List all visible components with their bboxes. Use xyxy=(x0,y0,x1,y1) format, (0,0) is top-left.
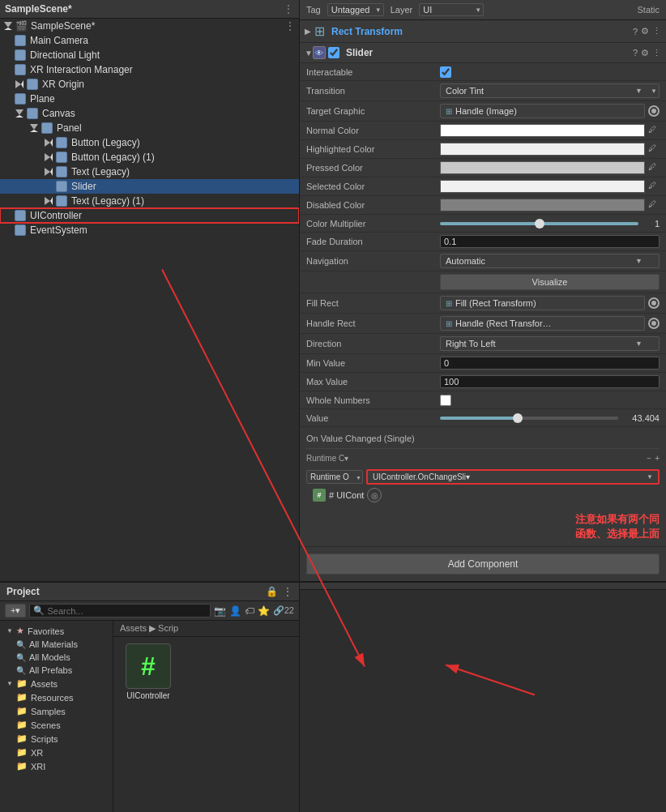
xr-folder-icon: 📁 xyxy=(16,747,28,758)
selected-color-swatch[interactable] xyxy=(440,180,645,193)
handle-rect-picker[interactable] xyxy=(648,318,660,329)
uicont-row: # # UICont ◎ xyxy=(306,485,660,506)
tree-item-scenes[interactable]: 📁 Scenes xyxy=(0,718,113,732)
rect-settings-icon[interactable]: ⚙ xyxy=(641,26,649,36)
slider-menu-icon[interactable]: ⋮ xyxy=(652,48,661,58)
hierarchy-item-button-legacy-1[interactable]: Button (Legacy) (1) xyxy=(0,150,299,165)
toolbar-star-icon[interactable]: ⭐ xyxy=(258,605,270,617)
pressed-color-picker-icon[interactable]: 🖊 xyxy=(648,162,660,173)
target-graphic-field[interactable]: ⊞ Handle (Image) xyxy=(440,104,645,118)
visualize-button[interactable]: Visualize xyxy=(440,274,660,290)
tree-item-samples[interactable]: 📁 Samples xyxy=(0,704,113,718)
add-component-button[interactable]: Add Component xyxy=(306,553,660,575)
list-header-plus[interactable]: + xyxy=(655,454,660,463)
navigation-dropdown[interactable]: Automatic ▼ xyxy=(440,254,660,268)
highlighted-color-swatch[interactable] xyxy=(440,143,645,156)
tree-item-all-materials[interactable]: 🔍 All Materials xyxy=(0,638,113,651)
runtime-dropdown-wrapper[interactable]: Runtime O ▼ xyxy=(306,470,363,484)
hierarchy-item-event-system[interactable]: EventSystem xyxy=(0,223,299,237)
tree-item-xr[interactable]: 📁 XR xyxy=(0,746,113,759)
tree-item-scripts[interactable]: 📁 Scripts xyxy=(0,732,113,746)
scene-menu-dots[interactable]: ⋮ xyxy=(284,19,296,32)
slider-eye-toggle[interactable]: 👁 xyxy=(313,46,326,59)
rect-transform-title: Rect Transform xyxy=(331,26,403,37)
disabled-color-picker-icon[interactable]: 🖊 xyxy=(648,199,660,211)
hierarchy-three-dots[interactable]: ⋮ xyxy=(283,2,294,15)
target-graphic-picker[interactable] xyxy=(648,105,660,117)
target-graphic-scene-icon: ⊞ xyxy=(446,107,452,116)
handle-rect-field[interactable]: ⊞ Handle (Rect Transfor… xyxy=(440,316,645,331)
fill-rect-field[interactable]: ⊞ Fill (Rect Transform) xyxy=(440,296,645,310)
project-menu-icon[interactable]: ⋮ xyxy=(283,586,292,597)
hierarchy-item-main-camera[interactable]: Main Camera xyxy=(0,33,299,48)
breadcrumb-text: Assets ▶ Scrip xyxy=(120,623,178,634)
value-slider[interactable] xyxy=(440,417,618,420)
layer-label: Layer xyxy=(391,5,413,15)
slider-help-icon[interactable]: ? xyxy=(633,48,638,58)
tag-dropdown[interactable]: Untagged xyxy=(327,3,384,16)
rect-transform-toggle[interactable]: ▶ xyxy=(305,27,311,36)
hierarchy-item-panel[interactable]: Panel xyxy=(0,121,299,135)
toolbar-link-icon[interactable]: 🔗22 xyxy=(273,605,294,616)
fill-rect-row: Fill Rect ⊞ Fill (Rect Transform) xyxy=(300,293,666,314)
whole-numbers-row: Whole Numbers xyxy=(300,391,666,409)
uicont-label: # UICont xyxy=(329,490,364,500)
layer-dropdown[interactable]: UI xyxy=(419,3,484,16)
project-lock-icon[interactable]: 🔒 xyxy=(266,586,278,597)
whole-numbers-label: Whole Numbers xyxy=(306,395,440,405)
normal-color-picker-icon[interactable]: 🖊 xyxy=(648,125,660,136)
whole-numbers-checkbox[interactable] xyxy=(440,395,451,406)
hierarchy-item-ui-controller[interactable]: UIController xyxy=(0,208,299,223)
hierarchy-item-text-legacy-1[interactable]: Text (Legacy) (1) xyxy=(0,194,299,208)
slider-component-header[interactable]: ▼ 👁 Slider ? ⚙ ⋮ xyxy=(300,43,666,63)
file-item-uicontroller[interactable]: # UIController xyxy=(120,643,177,700)
handle-rect-row: Handle Rect ⊞ Handle (Rect Transfor… xyxy=(300,314,666,334)
fill-rect-picker[interactable] xyxy=(648,297,660,309)
selected-color-picker-icon[interactable]: 🖊 xyxy=(648,181,660,192)
slider-enabled-checkbox[interactable] xyxy=(328,47,339,58)
tree-item-assets[interactable]: ▼ 📁 Assets xyxy=(0,677,113,690)
normal-color-swatch[interactable] xyxy=(440,124,645,137)
min-value-label: Min Value xyxy=(306,358,440,368)
rect-help-icon[interactable]: ? xyxy=(633,27,638,36)
runtime-select[interactable]: Runtime O xyxy=(306,470,363,484)
min-value-input[interactable] xyxy=(440,357,660,370)
color-multiplier-slider[interactable] xyxy=(440,222,638,225)
max-value-label: Max Value xyxy=(306,377,440,387)
tree-item-resources[interactable]: 📁 Resources xyxy=(0,690,113,704)
list-header-minus[interactable]: − xyxy=(647,454,651,463)
hierarchy-item-button-legacy[interactable]: Button (Legacy) xyxy=(0,135,299,150)
highlighted-color-picker-icon[interactable]: 🖊 xyxy=(648,143,660,155)
tree-item-all-models[interactable]: 🔍 All Models xyxy=(0,651,113,664)
hierarchy-item-text-legacy[interactable]: Text (Legacy) xyxy=(0,165,299,179)
fade-duration-input[interactable] xyxy=(440,235,660,248)
normal-color-row: Normal Color 🖊 xyxy=(300,122,666,140)
tree-item-xri[interactable]: 📁 XRI xyxy=(0,759,113,773)
interactable-checkbox[interactable] xyxy=(440,66,451,78)
function-dropdown[interactable]: UIController.OnChangeSli▾ ▼ xyxy=(366,469,660,485)
add-button[interactable]: +▾ xyxy=(5,604,26,618)
hierarchy-item-xr-origin[interactable]: XR Origin xyxy=(0,77,299,92)
tree-item-favorites[interactable]: ▼ ★ Favorites xyxy=(0,624,113,638)
slider-settings-icon[interactable]: ⚙ xyxy=(641,48,649,58)
disabled-color-swatch[interactable] xyxy=(440,199,645,212)
toolbar-person-icon[interactable]: 👤 xyxy=(229,605,241,617)
search-input[interactable] xyxy=(47,606,206,616)
direction-dropdown[interactable]: Right To Left ▼ xyxy=(440,336,660,351)
slider-toggle[interactable]: ▼ xyxy=(305,49,313,58)
rect-menu-icon[interactable]: ⋮ xyxy=(652,26,661,36)
uicont-picker-btn[interactable]: ◎ xyxy=(367,488,382,502)
hierarchy-item-canvas[interactable]: Canvas xyxy=(0,106,299,121)
rect-transform-header[interactable]: ▶ ⊞ Rect Transform ? ⚙ ⋮ xyxy=(300,20,666,43)
hierarchy-item-samplescene[interactable]: 🎬 SampleScene* ⋮ xyxy=(0,19,299,33)
hierarchy-item-directional-light[interactable]: Directional Light xyxy=(0,48,299,62)
hierarchy-item-xr-interaction[interactable]: XR Interaction Manager xyxy=(0,62,299,77)
toolbar-tag-icon[interactable]: 🏷 xyxy=(245,605,254,617)
toolbar-camera-icon[interactable]: 📷 xyxy=(214,605,226,617)
hierarchy-item-plane[interactable]: Plane xyxy=(0,92,299,106)
max-value-input[interactable] xyxy=(440,375,660,388)
hierarchy-item-slider[interactable]: Slider xyxy=(0,179,299,194)
transition-dropdown[interactable]: Color Tint ▼ xyxy=(440,83,660,98)
tree-item-all-prefabs[interactable]: 🔍 All Prefabs xyxy=(0,664,113,677)
pressed-color-swatch[interactable] xyxy=(440,161,645,174)
